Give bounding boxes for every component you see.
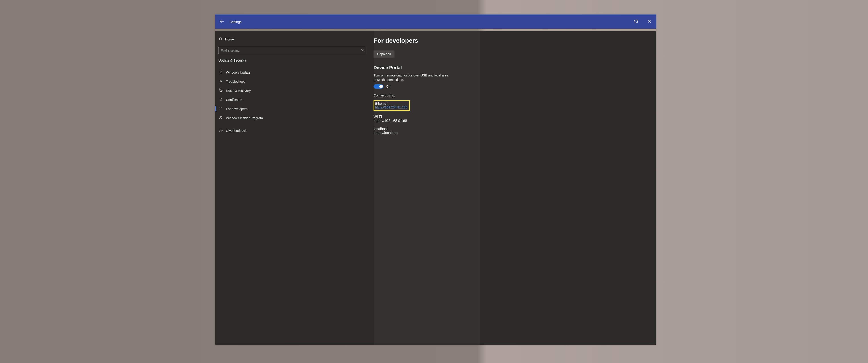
sidebar-item-label: Troubleshoot	[226, 80, 245, 84]
sidebar-nav: Windows Update Troubleshoot Reset & reco…	[218, 68, 366, 135]
connection-wifi: Wi-Fi https://192.168.0.168	[374, 115, 652, 123]
wrench-icon	[219, 79, 223, 84]
search-container	[218, 47, 366, 54]
follow-me-icon	[634, 19, 639, 25]
sidebar-item-feedback[interactable]: Give feedback	[218, 126, 366, 135]
connection-wifi-link[interactable]: https://192.168.0.168	[374, 119, 407, 123]
device-portal-toggle[interactable]	[374, 84, 383, 89]
close-icon	[647, 19, 652, 25]
device-portal-heading: Device Portal	[374, 65, 652, 70]
unpair-all-button[interactable]: Unpair all	[374, 51, 394, 58]
window-body: Home Update & Security Windows Update	[215, 31, 656, 345]
sidebar-item-insider[interactable]: Windows Insider Program	[218, 113, 366, 122]
insider-icon	[219, 116, 223, 120]
search-input[interactable]	[218, 47, 366, 54]
sidebar-item-troubleshoot[interactable]: Troubleshoot	[218, 77, 366, 86]
sidebar-item-label: Reset & recovery	[226, 89, 251, 93]
svg-point-17	[220, 129, 221, 130]
close-button[interactable]	[643, 15, 656, 29]
content-pane: For developers Unpair all Device Portal …	[370, 31, 656, 345]
connection-ethernet-link[interactable]: https://169.254.91.235	[375, 106, 407, 109]
history-icon	[219, 89, 223, 93]
sidebar: Home Update & Security Windows Update	[215, 31, 370, 345]
sidebar-item-reset-recovery[interactable]: Reset & recovery	[218, 86, 366, 95]
connection-localhost: localhost https://localhost	[374, 127, 652, 135]
titlebar: Settings	[215, 14, 656, 29]
sidebar-item-label: Windows Update	[226, 71, 250, 74]
developers-icon	[219, 107, 223, 111]
feedback-icon	[219, 129, 223, 133]
sidebar-home[interactable]: Home	[218, 36, 366, 43]
certificate-icon	[219, 98, 223, 102]
window-title: Settings	[229, 20, 242, 24]
sync-icon	[219, 70, 223, 74]
svg-point-15	[220, 117, 221, 118]
sidebar-item-certificates[interactable]: Certificates	[218, 95, 366, 104]
arrow-left-icon	[219, 19, 224, 25]
device-portal-description: Turn on remote diagnostics over USB and …	[374, 73, 454, 82]
page-title: For developers	[374, 37, 652, 44]
connection-name: Wi-Fi	[374, 115, 382, 119]
follow-me-button[interactable]	[629, 15, 643, 29]
settings-window: Settings	[215, 14, 656, 345]
connection-localhost-link[interactable]: https://localhost	[374, 131, 398, 135]
connection-ethernet: Ethernet https://169.254.91.235	[374, 100, 409, 111]
sidebar-item-label: Give feedback	[226, 129, 247, 132]
home-icon	[219, 37, 222, 41]
sidebar-section-title: Update & Security	[218, 59, 366, 62]
svg-point-8	[221, 99, 221, 100]
connection-name: localhost	[374, 127, 388, 131]
device-portal-toggle-row: On	[374, 84, 652, 89]
device-portal-toggle-label: On	[386, 85, 390, 88]
sidebar-item-label: For developers	[226, 107, 247, 111]
connect-using-label: Connect using:	[374, 94, 652, 97]
sidebar-item-label: Windows Insider Program	[226, 116, 263, 120]
sidebar-item-for-developers[interactable]: For developers	[218, 104, 366, 113]
svg-point-14	[222, 108, 222, 108]
sidebar-item-label: Certificates	[226, 98, 242, 102]
sidebar-item-windows-update[interactable]: Windows Update	[218, 68, 366, 77]
wallpaper: Settings	[0, 0, 868, 363]
connection-name: Ethernet	[375, 102, 387, 105]
svg-point-13	[221, 109, 221, 109]
sidebar-home-label: Home	[225, 37, 234, 41]
svg-point-16	[222, 117, 222, 117]
back-button[interactable]	[215, 15, 228, 29]
svg-point-12	[220, 108, 221, 108]
